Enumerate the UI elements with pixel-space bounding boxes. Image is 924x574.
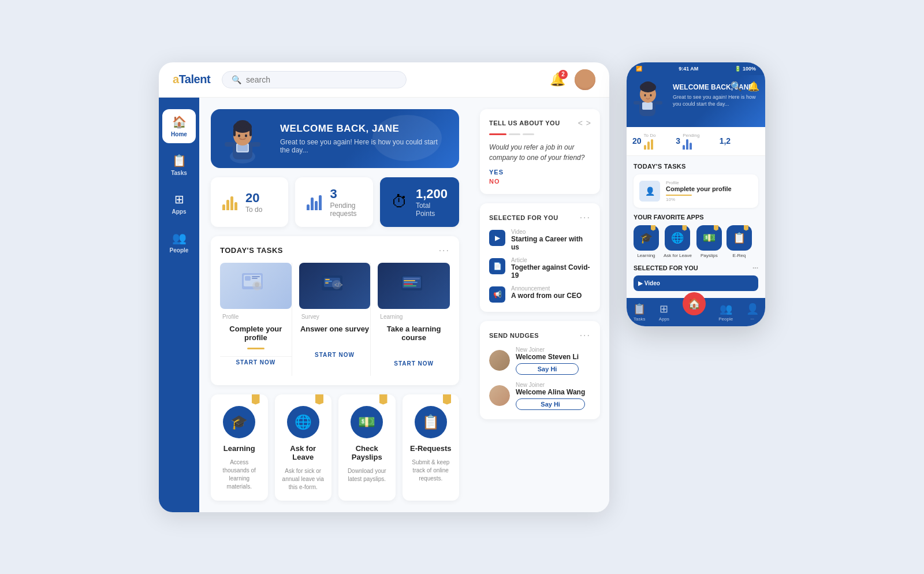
app-card-payslips[interactable]: 💵 Check Payslips Download your latest pa… [338, 394, 396, 501]
article-type: Article [511, 257, 591, 263]
svg-text:</>: </> [334, 282, 343, 288]
task-learning-start[interactable]: START NOW [378, 358, 450, 369]
mobile-main: TODAY'S TASKS 👤 Profile Complete your pr… [627, 156, 765, 298]
app-card-leave[interactable]: 🌐 Ask for Leave Ask for sick or annual l… [275, 394, 332, 501]
mobile-nav-tasks-icon: 📋 [633, 303, 646, 315]
say-hi-steven[interactable]: Say Hi [516, 363, 579, 375]
svg-rect-30 [404, 278, 420, 279]
svg-rect-12 [225, 142, 234, 147]
top-bar: aTalent 🔍 🔔 2 [159, 62, 609, 98]
search-input[interactable] [246, 75, 397, 84]
task-survey-type: Survey [301, 314, 319, 320]
mobile-stat-pending: 3 Pending [676, 133, 716, 150]
tasks-menu[interactable]: ··· [439, 245, 450, 256]
alina-avatar [489, 385, 510, 406]
leave-app-desc: Ask for sick or annual leave via this e-… [282, 467, 325, 491]
todo-chart [222, 194, 237, 210]
search-bar[interactable]: 🔍 [222, 71, 407, 88]
app-card-erequests[interactable]: 📋 E-Requests Submit & keep track of onli… [403, 394, 460, 501]
selected-title: SELECTED FOR YOU [489, 214, 558, 221]
selected-announcement[interactable]: 📢 Announcement A word from our CEO [489, 285, 591, 303]
mobile-task-card[interactable]: 👤 Profile Complete your profile 10% [634, 174, 758, 208]
answer-no[interactable]: NO [489, 178, 591, 185]
svg-point-40 [644, 82, 651, 88]
video-name: Starting a Career with us [511, 235, 591, 251]
mobile-stat-todo: 20 To Do [632, 133, 672, 150]
svg-rect-36 [642, 102, 653, 110]
mobile-app-learning[interactable]: 🎓 Learning [634, 225, 659, 258]
erequests-app-desc: Submit & keep track of online requests. [409, 459, 453, 483]
sidebar-item-people[interactable]: 👥 People [162, 225, 196, 259]
sidebar-label-people: People [170, 247, 189, 254]
mobile-leave-icon: 🌐 [665, 225, 690, 251]
selected-menu[interactable]: ··· [580, 213, 591, 223]
mobile-nav-tasks[interactable]: 📋 Tasks [633, 303, 646, 322]
logo-talent: Talent [179, 73, 210, 85]
mobile-nav-profile[interactable]: 👤 ··· [746, 303, 759, 322]
mobile-selected-title-text: SELECTED FOR YOU [634, 264, 698, 271]
avatar-face [575, 69, 595, 90]
mobile-nav-people[interactable]: 👥 People [718, 303, 733, 322]
app-card-learning[interactable]: 🎓 Learning Access thousands of learning … [211, 394, 268, 501]
bookmark-leave [315, 394, 323, 405]
tasks-icon: 📋 [172, 154, 187, 167]
selected-video[interactable]: ▶ Video Starting a Career with us [489, 229, 591, 251]
task-survey-start[interactable]: START NOW [299, 349, 371, 360]
task-profile-start[interactable]: START NOW [220, 356, 292, 368]
svg-point-11 [245, 134, 247, 137]
welcome-blob [372, 115, 442, 161]
stat-todo-text: 20 To do [245, 191, 262, 214]
steven-name: Welcome Steven Li [516, 353, 579, 361]
svg-rect-44 [655, 101, 662, 105]
mobile-app-leave[interactable]: 🌐 Ask for Leave [664, 225, 692, 258]
next-arrow[interactable]: > [586, 118, 591, 128]
desktop-app: aTalent 🔍 🔔 2 🏠 Hom [159, 62, 609, 512]
prev-arrow[interactable]: < [578, 118, 583, 128]
mobile-nav-apps[interactable]: ⊞ Apps [659, 303, 669, 322]
mobile-payslips-name: Payslips [701, 253, 718, 258]
sidebar-item-home[interactable]: 🏠 Home [162, 109, 196, 143]
selected-header: SELECTED FOR YOU ··· [489, 213, 591, 223]
nudges-menu[interactable]: ··· [580, 330, 591, 341]
battery-icon: 🔋 100% [735, 66, 756, 72]
article-name: Together against Covid-19 [511, 263, 591, 279]
people-icon: 👥 [172, 231, 187, 245]
notif-badge: 2 [558, 70, 568, 79]
mobile-pending-info: Pending [683, 133, 699, 150]
bookmark-erequests [443, 394, 451, 405]
stat-pending-text: 3 Pending requests [330, 187, 361, 218]
stat-pending-number: 3 [330, 187, 361, 202]
sidebar-item-apps[interactable]: ⊞ Apps [162, 187, 196, 221]
right-panel-inner: TELL US ABOUT YOU < > [480, 109, 600, 419]
mobile-notif-icon[interactable]: 🔔 [748, 81, 759, 92]
svg-point-10 [238, 134, 240, 137]
svg-point-20 [255, 282, 259, 287]
mobile-home-btn[interactable]: 🏠 [683, 292, 706, 315]
nudge-steven: New Joiner Welcome Steven Li Say Hi [489, 346, 591, 375]
sidebar-item-tasks[interactable]: 📋 Tasks [162, 148, 196, 182]
points-icon: ⏱ [392, 192, 408, 211]
mobile-app-payslips[interactable]: 💵 Payslips [696, 225, 722, 258]
mobile-bookmark-leave [682, 225, 687, 231]
svg-rect-43 [634, 101, 640, 105]
scene: aTalent 🔍 🔔 2 🏠 Hom [136, 39, 788, 535]
mobile-app-ereq[interactable]: 📋 E-Req [726, 225, 752, 258]
dot-2 [523, 133, 534, 135]
character-illustration [217, 113, 280, 168]
mobile-char [631, 79, 665, 127]
mobile-video-preview[interactable]: ▶ Video [634, 275, 758, 291]
mobile-search-icon[interactable]: 🔍 [731, 81, 742, 92]
sidebar-label-apps: Apps [172, 208, 187, 215]
user-avatar[interactable] [575, 69, 595, 90]
task-profile-type: Profile [222, 314, 239, 320]
selected-article[interactable]: 📄 Article Together against Covid-19 [489, 257, 591, 279]
answer-yes[interactable]: YES [489, 169, 591, 176]
svg-point-9 [239, 121, 247, 128]
notifications-button[interactable]: 🔔 2 [550, 72, 565, 87]
mobile-selected-dots[interactable]: ··· [752, 264, 758, 272]
mobile-nav-home[interactable]: 🏠 [683, 301, 706, 315]
say-hi-alina[interactable]: Say Hi [516, 398, 585, 410]
alina-type: New Joiner [516, 382, 585, 388]
pbar4 [319, 195, 322, 210]
bar4 [234, 202, 237, 210]
